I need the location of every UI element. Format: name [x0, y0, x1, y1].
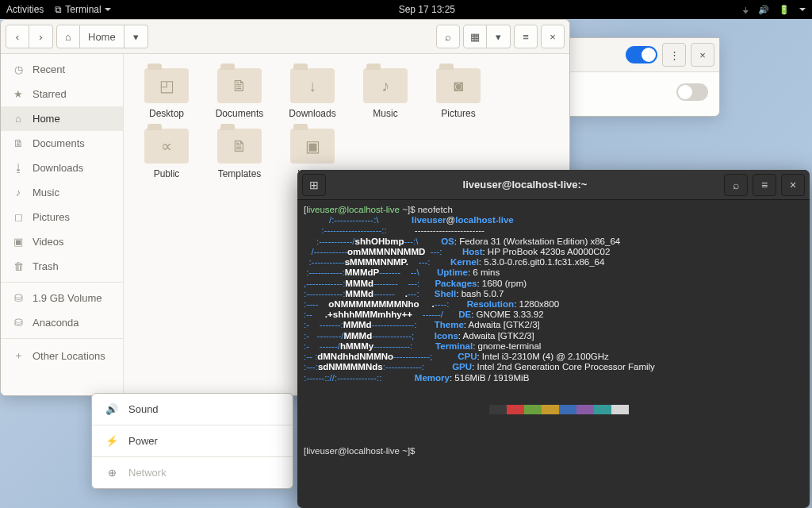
- sound-icon: 🔊: [105, 403, 119, 415]
- sidebar-item-label: Other Locations: [33, 350, 105, 362]
- folder-pictures[interactable]: ◙Pictures: [422, 68, 495, 119]
- network-icon[interactable]: ⏚: [743, 5, 749, 14]
- folder-music[interactable]: ♪Music: [349, 68, 422, 119]
- sidebar-item-anaconda[interactable]: ⛁Anaconda: [1, 310, 123, 335]
- close-button[interactable]: ×: [691, 43, 714, 67]
- terminal-content[interactable]: [liveuser@localhost-live ~]$ neofetch /:…: [297, 200, 810, 508]
- sidebar-item-label: Downloads: [33, 162, 83, 174]
- back-button[interactable]: ‹: [6, 25, 29, 48]
- breadcrumb-home[interactable]: Home: [80, 25, 124, 48]
- folder-icon: 🗎: [217, 129, 262, 164]
- clock[interactable]: Sep 17 13:25: [399, 4, 455, 15]
- network-icon: ⊕: [105, 467, 119, 479]
- terminal-title: liveuser@localhost-live:~: [331, 179, 719, 190]
- close-button[interactable]: ×: [781, 174, 805, 196]
- sidebar-item-other[interactable]: ＋Other Locations: [1, 342, 123, 369]
- chevron-down-icon: [799, 8, 806, 11]
- sidebar-item-label: Music: [33, 187, 59, 198]
- sidebar-item-recent[interactable]: ◷Recent: [1, 57, 123, 82]
- other-icon: ＋: [12, 348, 25, 363]
- folder-label: Music: [373, 108, 397, 119]
- active-app-indicator[interactable]: ⧉ Terminal: [55, 4, 110, 15]
- popup-item-power[interactable]: ⚡Power: [92, 425, 293, 456]
- settings-popup-menu: 🔊Sound⚡Power⊕Network: [91, 393, 293, 489]
- active-app-label: Terminal: [65, 4, 101, 15]
- breadcrumb-dropdown[interactable]: ▾: [124, 25, 148, 48]
- sidebar-item-pictures[interactable]: ◻Pictures: [1, 205, 123, 229]
- folder-icon: ◰: [144, 68, 189, 103]
- search-button[interactable]: ⌕: [724, 174, 748, 196]
- home-icon: ⌂: [12, 113, 25, 125]
- downloads-icon: ⭳: [12, 162, 25, 174]
- folder-templates[interactable]: 🗎Templates: [203, 129, 276, 179]
- sidebar-item-trash[interactable]: 🗑Trash: [1, 254, 123, 279]
- sidebar-item-videos[interactable]: ▣Videos: [1, 229, 123, 254]
- sidebar-item-volume[interactable]: ⛁1.9 GB Volume: [1, 286, 123, 310]
- files-sidebar: ◷Recent★Starred⌂Home🗎Documents⭳Downloads…: [1, 54, 124, 395]
- folder-label: Templates: [218, 168, 262, 179]
- search-button[interactable]: ⌕: [436, 25, 460, 48]
- sidebar-item-home[interactable]: ⌂Home: [1, 106, 123, 131]
- folder-icon: 🗎: [217, 68, 262, 103]
- terminal-icon: ⧉: [55, 4, 62, 15]
- files-headerbar: ‹ › ⌂ Home ▾ ⌕ ▦ ▾ ≡ ×: [1, 20, 569, 54]
- anaconda-icon: ⛁: [12, 317, 25, 329]
- popup-item-network: ⊕Network: [92, 457, 293, 488]
- sidebar-item-label: Recent: [33, 64, 65, 75]
- color-palette: [489, 405, 803, 414]
- terminal-headerbar: ⊞ liveuser@localhost-live:~ ⌕ ≡ ×: [297, 170, 810, 200]
- setting-toggle[interactable]: [676, 83, 708, 101]
- starred-icon: ★: [12, 88, 25, 100]
- sidebar-item-downloads[interactable]: ⭳Downloads: [1, 156, 123, 180]
- trash-icon: 🗑: [12, 260, 25, 272]
- home-icon[interactable]: ⌂: [56, 25, 80, 48]
- folder-label: Pictures: [441, 108, 475, 119]
- sidebar-item-label: Home: [33, 113, 60, 125]
- view-grid-button[interactable]: ▦: [463, 25, 487, 48]
- power-icon: ⚡: [105, 435, 119, 447]
- documents-icon: 🗎: [12, 137, 25, 149]
- breadcrumb: ⌂ Home ▾: [56, 25, 148, 48]
- menu-button[interactable]: ⋮: [662, 43, 686, 67]
- settings-window: ⋮ ×: [569, 37, 720, 117]
- folder-label: Public: [154, 168, 180, 179]
- pictures-icon: ◻: [12, 211, 25, 223]
- hamburger-button[interactable]: ≡: [514, 25, 538, 48]
- sidebar-item-label: Starred: [33, 88, 67, 100]
- popup-item-sound[interactable]: 🔊Sound: [92, 394, 293, 425]
- sidebar-item-starred[interactable]: ★Starred: [1, 82, 123, 106]
- battery-icon[interactable]: 🔋: [779, 5, 790, 15]
- nav-buttons: ‹ ›: [6, 25, 53, 48]
- wifi-toggle[interactable]: [626, 46, 657, 64]
- close-button[interactable]: ×: [541, 25, 565, 48]
- sidebar-item-label: Anaconda: [33, 317, 79, 329]
- folder-icon: ∝: [144, 129, 189, 164]
- folder-label: Documents: [216, 108, 264, 119]
- recent-icon: ◷: [12, 64, 25, 75]
- sidebar-item-label: 1.9 GB Volume: [33, 292, 102, 304]
- sidebar-item-label: Trash: [33, 260, 59, 272]
- folder-icon: ▣: [290, 129, 335, 164]
- folder-downloads[interactable]: ↓Downloads: [276, 68, 349, 119]
- folder-desktop[interactable]: ◰Desktop: [130, 68, 203, 119]
- videos-icon: ▣: [12, 236, 25, 248]
- new-tab-button[interactable]: ⊞: [302, 174, 326, 196]
- volume-icon[interactable]: 🔊: [758, 5, 769, 15]
- folder-documents[interactable]: 🗎Documents: [203, 68, 276, 119]
- folder-icon: ♪: [363, 68, 408, 103]
- chevron-down-icon: [105, 8, 111, 11]
- popup-item-label: Power: [128, 435, 158, 447]
- sidebar-item-label: Pictures: [33, 211, 70, 223]
- forward-button[interactable]: ›: [29, 25, 53, 48]
- hamburger-button[interactable]: ≡: [753, 174, 776, 196]
- folder-label: Downloads: [289, 108, 335, 119]
- sidebar-item-documents[interactable]: 🗎Documents: [1, 131, 123, 156]
- activities-button[interactable]: Activities: [6, 4, 44, 15]
- sidebar-item-label: Documents: [33, 137, 85, 149]
- terminal-window: ⊞ liveuser@localhost-live:~ ⌕ ≡ × [liveu…: [297, 170, 810, 508]
- sidebar-item-music[interactable]: ♪Music: [1, 180, 123, 205]
- view-dropdown[interactable]: ▾: [487, 25, 511, 48]
- gnome-top-bar: Activities ⧉ Terminal Sep 17 13:25 ⏚ 🔊 🔋: [0, 0, 812, 19]
- folder-icon: ↓: [290, 68, 335, 103]
- folder-public[interactable]: ∝Public: [130, 129, 203, 179]
